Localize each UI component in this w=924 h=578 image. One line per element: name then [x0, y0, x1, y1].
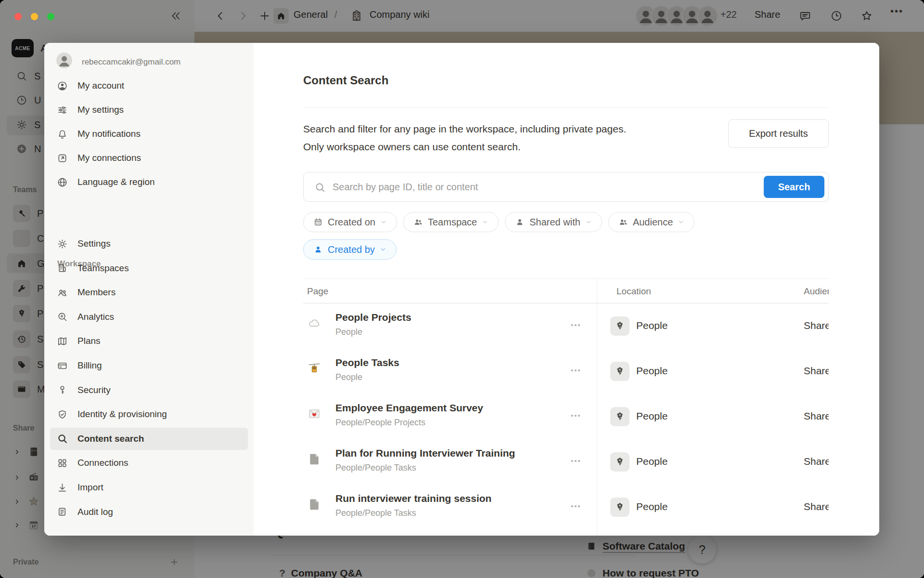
menu-settings[interactable]: Settings [50, 233, 248, 255]
people-fill-icon [413, 217, 423, 227]
teamspace-flower-icon [610, 452, 629, 472]
menu-item-label: Plans [77, 336, 101, 346]
bell-icon [57, 129, 68, 140]
page-title-cell[interactable]: People TasksPeople [335, 357, 399, 382]
row-more-icon[interactable]: ••• [565, 321, 587, 331]
map-icon [57, 336, 68, 347]
menu-my-settings[interactable]: My settings [50, 99, 248, 121]
globe-icon [57, 177, 68, 188]
page-title: People Tasks [335, 357, 399, 368]
menu-item-label: Connections [77, 458, 128, 468]
page-icon [307, 452, 321, 466]
flower-icon [614, 456, 626, 468]
location-name: People [636, 365, 667, 377]
search-input[interactable] [332, 173, 745, 201]
menu-item-label: Content search [77, 434, 144, 444]
menu-item-label: My notifications [77, 129, 141, 139]
row-more-icon[interactable]: ••• [565, 502, 587, 512]
external-icon [57, 153, 68, 164]
filter-teamspace[interactable]: Teamspace [403, 212, 499, 232]
menu-import[interactable]: Import [50, 476, 248, 499]
search-icon [314, 182, 326, 193]
teamspace-flower-icon [610, 498, 629, 517]
page-path: People/People Projects [335, 418, 483, 428]
chevron-down-icon [678, 219, 684, 225]
key-icon [57, 384, 68, 395]
filter-created-by[interactable]: Created by [303, 239, 397, 260]
filter-label: Created on [328, 217, 375, 228]
page-path: People [335, 372, 399, 382]
cloud-icon [307, 316, 321, 330]
calendar-icon [313, 217, 323, 227]
table-row: Employee Engagement SurveyPeople/People … [303, 394, 829, 439]
flower-icon [614, 366, 626, 377]
page-icon [307, 497, 321, 512]
person-fill-icon [515, 217, 525, 227]
table-header: Page Location Audience [303, 278, 829, 303]
filter-label: Shared with [529, 217, 580, 228]
chevron-down-icon [380, 219, 387, 225]
menu-my-connections[interactable]: My connections [50, 147, 248, 169]
menu-my-notifications[interactable]: My notifications [50, 123, 248, 145]
table-row: People TasksPeople•••PeopleShared [303, 349, 829, 394]
menu-members[interactable]: Members [50, 281, 248, 303]
menu-my-account[interactable]: My account [50, 75, 248, 97]
page-title: Employee Engagement Survey [335, 402, 483, 414]
menu-security[interactable]: Security [50, 379, 248, 401]
menu-connections[interactable]: Connections [50, 452, 248, 474]
flower-icon [614, 501, 626, 513]
menu-item-label: Identity & provisioning [77, 409, 167, 420]
menu-item-label: Language & region [77, 177, 155, 187]
menu-audit-log[interactable]: Audit log [50, 501, 248, 523]
window-minimize-button[interactable] [31, 13, 38, 20]
page-path: People [335, 327, 411, 337]
menu-teamspaces[interactable]: Teamspaces [50, 257, 248, 279]
chevron-down-icon [585, 219, 592, 225]
page-title-cell[interactable]: Run interviewer training sessionPeople/P… [335, 493, 491, 518]
love-letter-icon [307, 407, 321, 421]
search-button[interactable]: Search [764, 176, 824, 198]
filter-label: Audience [633, 217, 673, 228]
members-icon [57, 287, 68, 298]
window-close-button[interactable] [14, 13, 22, 20]
column-header-audience: Audience [804, 286, 829, 297]
export-results-button[interactable]: Export results [728, 119, 829, 148]
column-header-page: Page [307, 286, 328, 297]
page-path: People/People Tasks [335, 508, 491, 518]
location-name: People [636, 456, 667, 467]
teamspace-flower-icon [610, 407, 629, 426]
menu-analytics[interactable]: Analytics [50, 306, 248, 328]
page-title-cell[interactable]: Employee Engagement SurveyPeople/People … [335, 402, 483, 428]
menu-item-label: Import [77, 482, 103, 493]
filter-audience[interactable]: Audience [608, 212, 694, 232]
filter-shared-with[interactable]: Shared with [505, 212, 602, 232]
page-title-cell[interactable]: Plan for Running Interviewer TrainingPeo… [335, 447, 515, 473]
menu-plans[interactable]: Plans [50, 330, 248, 352]
shield-icon [57, 409, 68, 420]
menu-content-search[interactable]: Content search [50, 428, 248, 450]
description-line: Only workspace owners can use content se… [303, 138, 640, 156]
row-more-icon[interactable]: ••• [565, 366, 587, 377]
page-title: Content Search [303, 74, 388, 87]
title-divider [303, 107, 829, 108]
filter-label: Teamspace [428, 217, 477, 228]
account-avatar [56, 53, 72, 68]
sliders-icon [57, 105, 68, 116]
menu-language-region[interactable]: Language & region [50, 171, 248, 193]
page-title-cell[interactable]: People ProjectsPeople [335, 312, 411, 337]
menu-item-label: My settings [77, 105, 124, 115]
filter-created-on[interactable]: Created on [303, 212, 397, 232]
chevron-down-icon [482, 219, 488, 225]
table-row: Run interviewer training sessionPeople/P… [303, 485, 829, 530]
table-row: Plan for Running Interviewer TrainingPeo… [303, 439, 829, 485]
row-more-icon[interactable]: ••• [565, 411, 587, 422]
location-name: People [636, 410, 667, 422]
settings-modal: rebeccamcakir@gmail.com My accountMy set… [44, 43, 879, 536]
column-header-location: Location [616, 286, 651, 297]
menu-identity[interactable]: Identity & provisioning [50, 403, 248, 425]
grid-icon [57, 458, 68, 469]
menu-billing[interactable]: Billing [50, 355, 248, 377]
row-more-icon[interactable]: ••• [565, 457, 587, 467]
settings-content: Content Search Search and filter for any… [254, 43, 879, 536]
window-zoom-button[interactable] [47, 13, 54, 20]
